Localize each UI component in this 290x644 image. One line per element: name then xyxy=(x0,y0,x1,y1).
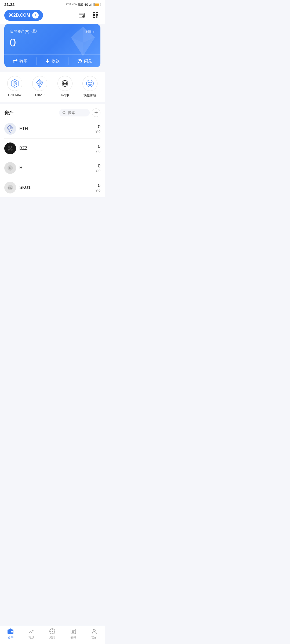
network-badge: 4G xyxy=(84,3,88,6)
asset-card: 我的资产(¥) 详情 0 转账 xyxy=(4,24,100,67)
assets-section: 资产 xyxy=(0,104,105,197)
top-nav: 902D.COM xyxy=(0,8,105,24)
svg-point-19 xyxy=(86,80,93,87)
status-bar: 21:22 27.8 KB/s HD 4G xyxy=(0,0,105,8)
quick-item-eth2[interactable]: Eth2.0 xyxy=(32,76,47,98)
quick-menu: Gas Now Eth2.0 DApp xyxy=(0,72,105,102)
add-asset-button[interactable] xyxy=(92,108,100,117)
evm-label: 快捷加链 xyxy=(84,93,96,98)
eth-coin-icon xyxy=(4,123,16,135)
eth-value: 0 ¥ 0 xyxy=(96,124,100,134)
status-icons: 27.8 KB/s HD 4G xyxy=(66,3,101,6)
asset-list: ETH 0 ¥ 0 BZZ 0 ¥ 0 xyxy=(0,119,105,197)
svg-marker-16 xyxy=(37,82,40,87)
dapp-icon xyxy=(57,76,73,91)
eth-name: ETH xyxy=(19,126,92,131)
bzz-cny: ¥ 0 xyxy=(96,149,100,153)
svg-point-28 xyxy=(10,149,13,151)
eth-amount: 0 xyxy=(96,124,100,130)
gas-now-label: Gas Now xyxy=(8,93,21,97)
svg-text:hi: hi xyxy=(9,167,12,170)
evm-icon: EVM xyxy=(82,76,97,91)
sku1-name: SKU1 xyxy=(19,185,92,190)
assets-header: 资产 xyxy=(0,104,105,119)
arrow-circle-icon xyxy=(32,12,39,19)
bzz-name: BZZ xyxy=(19,146,92,151)
brand-button[interactable]: 902D.COM xyxy=(4,10,43,21)
asset-item-hi[interactable]: hi HI 0 ¥ 0 xyxy=(4,158,100,178)
signal-icon xyxy=(89,3,93,6)
sku1-cny: ¥ 0 xyxy=(96,188,100,192)
eth2-icon xyxy=(32,76,47,91)
quick-item-evm[interactable]: EVM 快捷加链 xyxy=(82,76,97,98)
search-row xyxy=(59,108,100,117)
speed-indicator: 27.8 KB/s xyxy=(66,3,77,6)
hi-coin-icon: hi xyxy=(4,162,16,174)
search-box[interactable] xyxy=(59,109,90,116)
hd-badge: HD xyxy=(78,3,83,6)
bzz-value: 0 ¥ 0 xyxy=(96,144,100,153)
asset-item-eth[interactable]: ETH 0 ¥ 0 xyxy=(4,119,100,139)
quick-item-dapp[interactable]: DApp xyxy=(57,76,73,98)
svg-point-26 xyxy=(11,146,12,148)
svg-point-8 xyxy=(32,30,37,33)
scan-button[interactable] xyxy=(91,10,100,21)
svg-rect-4 xyxy=(93,16,95,17)
nav-icons xyxy=(77,10,100,21)
svg-point-11 xyxy=(79,60,80,60)
detail-link[interactable]: 详情 xyxy=(84,29,95,34)
battery-icon xyxy=(95,3,100,6)
svg-rect-2 xyxy=(93,13,95,14)
wallet-add-button[interactable] xyxy=(77,10,86,21)
svg-rect-3 xyxy=(96,13,98,14)
svg-point-29 xyxy=(10,148,11,149)
svg-text:SKU: SKU xyxy=(8,187,12,189)
eth-cny: ¥ 0 xyxy=(96,130,100,134)
brand-name: 902D.COM xyxy=(9,13,30,18)
receive-button[interactable]: 收款 xyxy=(37,55,68,67)
svg-text:EVM: EVM xyxy=(88,82,92,83)
sku1-coin-icon: SKU xyxy=(4,182,16,193)
dapp-label: DApp xyxy=(61,93,69,97)
asset-item-sku1[interactable]: SKU SKU1 0 ¥ 0 xyxy=(4,178,100,197)
search-input[interactable] xyxy=(68,111,86,115)
bzz-amount: 0 xyxy=(96,144,100,149)
sku1-amount: 0 xyxy=(96,183,100,188)
bzz-coin-icon xyxy=(4,142,16,154)
hi-amount: 0 xyxy=(96,163,100,169)
svg-point-27 xyxy=(8,149,10,151)
search-icon xyxy=(62,111,66,115)
hi-name: HI xyxy=(19,166,92,170)
gas-now-icon xyxy=(7,76,22,91)
hi-value: 0 ¥ 0 xyxy=(96,163,100,173)
assets-title: 资产 xyxy=(4,110,13,116)
quick-item-gas-now[interactable]: Gas Now xyxy=(7,76,22,98)
eth2-label: Eth2.0 xyxy=(35,93,45,97)
svg-point-25 xyxy=(8,146,10,148)
asset-item-bzz[interactable]: BZZ 0 ¥ 0 xyxy=(4,139,100,158)
asset-title-row: 我的资产(¥) xyxy=(10,29,37,34)
asset-title: 我的资产(¥) xyxy=(10,29,29,34)
hi-cny: ¥ 0 xyxy=(96,169,100,173)
transfer-button[interactable]: 转账 xyxy=(4,55,36,67)
sku1-value: 0 ¥ 0 xyxy=(96,183,100,192)
status-time: 21:22 xyxy=(4,2,15,7)
eye-icon[interactable] xyxy=(31,29,37,34)
svg-point-9 xyxy=(33,30,35,32)
